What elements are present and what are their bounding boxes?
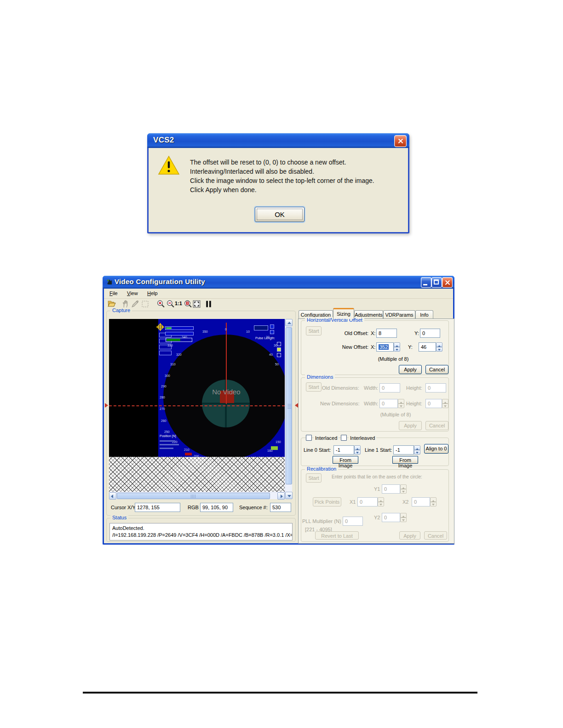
menu-view[interactable]: View [125, 290, 140, 296]
recalibration-instruction: Enter points that lie on the axes of the… [332, 474, 422, 479]
old-width-field[interactable]: 0 [379, 383, 400, 392]
scroll-up-icon[interactable] [285, 319, 293, 326]
x2-spinner[interactable] [430, 497, 437, 506]
cursor-xy-label: Cursor X/Y [111, 505, 136, 510]
new-width-spinner[interactable] [398, 399, 404, 408]
x2-field[interactable]: 0 [412, 497, 430, 506]
y1-label: Y1 [374, 486, 380, 492]
menu-file[interactable]: File [108, 290, 120, 296]
y2-spinner[interactable] [400, 513, 407, 522]
interlaced-checkbox[interactable] [306, 435, 312, 441]
position-label: Position [N] [160, 434, 176, 438]
dimensions-apply-button[interactable]: Apply [399, 421, 422, 430]
tab-info[interactable]: Info [415, 310, 433, 319]
scroll-down-icon[interactable] [285, 492, 293, 499]
revert-to-last-button[interactable]: Revert to Last [315, 531, 359, 540]
tab-vdrparams[interactable]: VDRParams [383, 310, 415, 319]
line0-spinner[interactable] [354, 445, 361, 455]
scroll-left-icon[interactable] [109, 492, 116, 500]
scroll-right-icon[interactable] [277, 492, 285, 500]
y1-field[interactable]: 0 [382, 484, 400, 494]
tab-sizing[interactable]: Sizing [333, 308, 354, 319]
horizontal-scrollbar[interactable] [109, 492, 285, 499]
dialog-titlebar[interactable]: VCS2 [147, 133, 409, 148]
close-icon[interactable] [442, 277, 453, 288]
new-width-field[interactable]: 0 [379, 399, 398, 408]
line1-start-field[interactable]: -1 [393, 445, 414, 455]
line1-spinner[interactable] [414, 445, 420, 455]
line0-from-image-button[interactable]: From Image [333, 456, 358, 464]
window-titlebar[interactable]: Video Configuration Utility [103, 276, 454, 289]
new-height-field[interactable]: 0 [425, 399, 442, 408]
compass-bearing-label: 270 [160, 407, 165, 410]
compass-bearing-label: 280 [160, 396, 165, 399]
dimensions-cancel-button[interactable]: Cancel [425, 421, 448, 430]
maximize-icon[interactable] [431, 277, 442, 288]
y1-spinner[interactable] [400, 484, 407, 494]
pulse-length-label: Pulse Length: [255, 336, 275, 340]
height-label: Height: [406, 385, 422, 391]
cursor-xy-value: 1278, 155 [135, 503, 180, 512]
radar-text-line [160, 444, 179, 445]
offset-start-button[interactable]: Start [306, 326, 322, 336]
vertical-scrollbar[interactable] [285, 319, 292, 499]
ok-button[interactable]: OK [255, 207, 304, 222]
status-line-2: /I=192.168.199.228 /P=2649 /V=3CF4 /H=00… [112, 532, 293, 538]
old-offset-y-field[interactable]: 0 [420, 329, 440, 338]
minimize-icon[interactable] [421, 277, 431, 288]
app-icon [106, 279, 113, 286]
recalibration-apply-button[interactable]: Apply [399, 531, 420, 540]
pause-icon[interactable] [204, 300, 213, 308]
align-to-0-button[interactable]: Align to 0 [424, 444, 448, 454]
offset-cancel-button[interactable]: Cancel [425, 365, 448, 374]
new-height-spinner[interactable] [442, 399, 448, 408]
new-offset-x-field[interactable]: 352 [376, 342, 394, 352]
radar-level-bar [166, 338, 192, 342]
line1-from-image-button[interactable]: From Image [392, 456, 418, 464]
close-icon[interactable] [394, 135, 407, 147]
document-page: VCS2 The offset will be reset to (0, 0) … [0, 0, 563, 728]
line1-start-label: Line 1 Start: [365, 447, 392, 453]
status-box: AutoDetected. /I=192.168.199.228 /P=2649… [109, 523, 293, 540]
recalibration-cancel-button[interactable]: Cancel [424, 531, 447, 540]
compass-bearing-label: 260 [161, 419, 167, 422]
x1-field[interactable]: 0 [357, 497, 378, 506]
video-configuration-window: Video Configuration Utility File View He… [103, 276, 454, 545]
old-offset-x-field[interactable]: 8 [376, 329, 397, 338]
footer-rule [83, 692, 477, 694]
pick-points-button[interactable]: Pick Points [313, 497, 341, 506]
y2-field[interactable]: 0 [382, 513, 400, 522]
pll-multiplier-field[interactable]: 0 [343, 517, 363, 526]
menu-help[interactable]: Help [145, 290, 160, 296]
compass-bearing-label: 10 [246, 330, 250, 333]
multiple-of-8-note: (Multiple of 8) [366, 356, 421, 362]
recalibration-start-button[interactable]: Start [306, 473, 322, 483]
interleaved-checkbox[interactable] [341, 435, 347, 441]
old-height-field[interactable]: 0 [425, 383, 446, 392]
no-video-text: No Video [201, 388, 252, 396]
new-offset-x-spinner[interactable] [394, 342, 400, 352]
dimensions-start-button[interactable]: Start [306, 382, 322, 392]
interleaved-label: Interleaved [349, 435, 376, 441]
radar-bar [165, 332, 194, 336]
new-offset-y-field[interactable]: 46 [419, 342, 436, 352]
vertical-scroll-thumb[interactable] [286, 327, 292, 484]
compass-bearing-label: 50 [275, 363, 279, 366]
dimensions-group-label: Dimensions [305, 374, 335, 380]
radar-panel-button [159, 345, 172, 349]
rgb-value: 99, 105, 90 [200, 503, 233, 512]
capture-group: Capture 35001034020330303204031050300290… [106, 311, 296, 516]
x1-spinner[interactable] [378, 497, 384, 506]
capture-video-area[interactable]: 3500103402033030320403105030029028027026… [109, 319, 285, 457]
radar-green-badge [271, 446, 278, 450]
zoom-selection-icon[interactable] [184, 300, 192, 308]
horizontal-scroll-thumb[interactable] [117, 493, 270, 499]
offset-apply-button[interactable]: Apply [399, 365, 422, 374]
compass-bearing-label: 210 [184, 448, 190, 451]
line0-start-field[interactable]: -1 [333, 445, 354, 455]
zoom-out-icon[interactable] [166, 300, 175, 308]
actual-size-button[interactable]: 1:1 [175, 301, 182, 306]
new-offset-y-spinner[interactable] [436, 342, 442, 352]
zoom-in-icon[interactable] [156, 300, 165, 308]
fit-to-window-icon[interactable] [192, 300, 201, 308]
